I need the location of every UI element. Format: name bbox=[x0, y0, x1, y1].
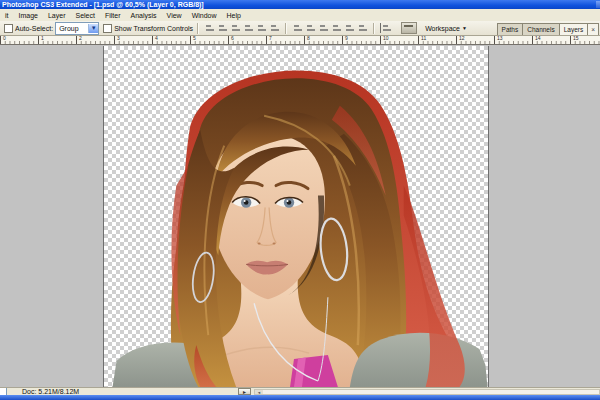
show-transform-checkbox[interactable] bbox=[103, 24, 112, 33]
tab-paths[interactable]: Paths bbox=[497, 23, 524, 35]
ruler-label: 0 bbox=[3, 36, 6, 41]
ruler-label: 9 bbox=[345, 36, 348, 41]
bridge-icon[interactable] bbox=[401, 22, 417, 34]
align-horizontal-centers-icon[interactable] bbox=[256, 23, 267, 33]
menu-item-window[interactable]: Window bbox=[187, 12, 222, 19]
auto-select-dropdown[interactable]: Group ▼ bbox=[55, 22, 99, 35]
distribute-bottom-edges-icon[interactable] bbox=[318, 23, 329, 33]
zoom-percent-field-partial[interactable] bbox=[0, 388, 7, 395]
align-bottom-edges-icon[interactable] bbox=[230, 23, 241, 33]
menu-item-select[interactable]: Select bbox=[70, 12, 99, 19]
ruler-label: 7 bbox=[269, 36, 272, 41]
ruler-label: 8 bbox=[307, 36, 310, 41]
window-controls-partial[interactable] bbox=[596, 1, 600, 8]
ruler-label: 5 bbox=[193, 36, 196, 41]
ruler-label: 14 bbox=[535, 36, 541, 41]
menu-item-edit-partial[interactable]: it bbox=[0, 12, 14, 19]
document-canvas[interactable] bbox=[103, 46, 489, 387]
window-titlebar[interactable]: Photoshop CS3 Extended - [1.psd @ 60,5% … bbox=[0, 0, 600, 9]
distribute-right-edges-icon[interactable] bbox=[357, 23, 368, 33]
separator bbox=[373, 23, 375, 34]
menu-item-help[interactable]: Help bbox=[222, 12, 246, 19]
align-left-edges-icon[interactable] bbox=[243, 23, 254, 33]
ruler-label: 6 bbox=[231, 36, 234, 41]
distribute-left-edges-icon[interactable] bbox=[331, 23, 342, 33]
menu-item-filter[interactable]: Filter bbox=[100, 12, 126, 19]
auto-select-value: Group bbox=[56, 25, 88, 32]
ruler-label: 2 bbox=[79, 36, 82, 41]
menu-item-view[interactable]: View bbox=[162, 12, 187, 19]
align-right-edges-icon[interactable] bbox=[269, 23, 280, 33]
menu-item-analysis[interactable]: Analysis bbox=[126, 12, 162, 19]
distribute-horizontal-centers-icon[interactable] bbox=[344, 23, 355, 33]
status-bar: Doc: 5.21M/8.12M ► ◄ bbox=[0, 387, 600, 395]
tab-channels[interactable]: Channels bbox=[522, 23, 559, 35]
ruler-label: 12 bbox=[459, 36, 465, 41]
window-title: Photoshop CS3 Extended - [1.psd @ 60,5% … bbox=[2, 1, 204, 8]
menu-item-layer[interactable]: Layer bbox=[43, 12, 71, 19]
horizontal-ruler[interactable]: 0123456789101112131415 bbox=[0, 36, 600, 45]
distribute-icon-group bbox=[291, 23, 369, 33]
ruler-label: 4 bbox=[155, 36, 158, 41]
chevron-down-icon[interactable]: ▼ bbox=[88, 24, 98, 33]
distribute-vertical-centers-icon[interactable] bbox=[305, 23, 316, 33]
chevron-down-icon: ▼ bbox=[462, 25, 467, 31]
ruler-label: 3 bbox=[117, 36, 120, 41]
separator bbox=[197, 23, 199, 34]
auto-select-label: Auto-Select: bbox=[15, 25, 53, 32]
workspace-button[interactable]: Workspace ▼ bbox=[425, 25, 467, 32]
auto-select-checkbox[interactable] bbox=[4, 24, 13, 33]
ruler-label: 1 bbox=[41, 36, 44, 41]
status-menu-arrow-button[interactable]: ► bbox=[238, 388, 251, 395]
auto-align-layers-icon[interactable] bbox=[380, 23, 392, 33]
show-transform-label: Show Transform Controls bbox=[114, 25, 193, 32]
palette-close-icon[interactable]: × bbox=[587, 23, 599, 35]
align-icon-group bbox=[203, 23, 281, 33]
align-top-edges-icon[interactable] bbox=[204, 23, 215, 33]
separator bbox=[285, 23, 287, 34]
ruler-label: 15 bbox=[573, 36, 579, 41]
canvas-pasteboard[interactable] bbox=[0, 46, 600, 387]
align-vertical-centers-icon[interactable] bbox=[217, 23, 228, 33]
scroll-left-icon[interactable]: ◄ bbox=[255, 390, 263, 394]
workspace-label: Workspace bbox=[425, 25, 460, 32]
taskbar-strip bbox=[0, 395, 600, 400]
menu-item-image[interactable]: Image bbox=[14, 12, 43, 19]
ruler-label: 11 bbox=[421, 36, 426, 41]
palette-tab-group: PathsChannelsLayers× bbox=[498, 23, 599, 35]
ruler-label: 10 bbox=[383, 36, 389, 41]
ruler-label: 13 bbox=[497, 36, 503, 41]
tab-layers[interactable]: Layers bbox=[559, 23, 589, 35]
distribute-top-edges-icon[interactable] bbox=[292, 23, 303, 33]
portrait-photo bbox=[104, 46, 488, 387]
